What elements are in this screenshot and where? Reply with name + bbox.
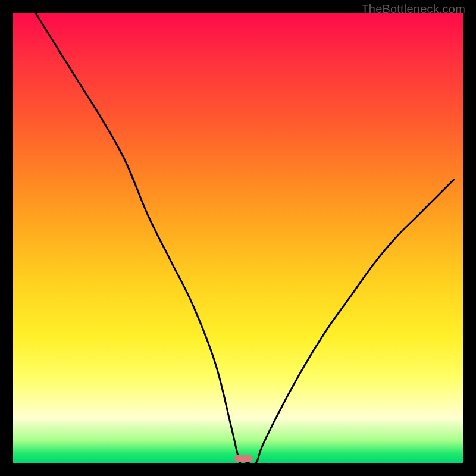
optimal-range-marker: [234, 455, 253, 462]
plot-area: [13, 13, 463, 463]
bottleneck-curve: [13, 13, 463, 463]
chart-stage: TheBottleneck.com: [0, 0, 476, 476]
